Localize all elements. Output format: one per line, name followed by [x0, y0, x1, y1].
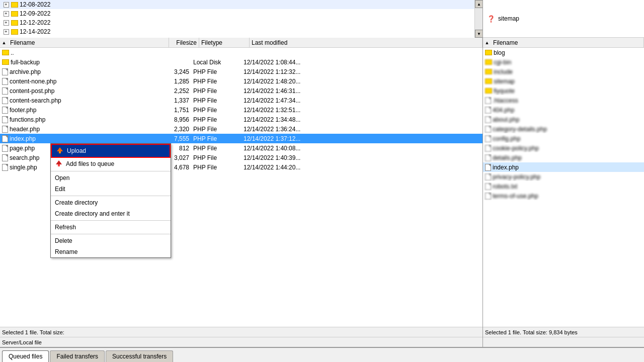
context-menu-separator: [51, 234, 171, 234]
header-filesize[interactable]: Filesize: [169, 38, 199, 47]
file-row[interactable]: content-post.php2,252PHP File12/14/2022 …: [0, 86, 482, 96]
right-file-name: category-details.php: [493, 126, 547, 133]
file-row[interactable]: full-backupLocal Disk12/14/2022 1:08:44.…: [0, 57, 482, 67]
context-menu-item-open[interactable]: Open: [51, 172, 171, 184]
context-menu-label: Create directory: [55, 199, 98, 206]
context-menu-item-rename[interactable]: Rename: [51, 246, 171, 257]
file-name: content-none.php: [10, 78, 56, 85]
question-mark-icon: ❓: [487, 15, 495, 23]
file-row[interactable]: index.php7,555PHP File12/14/2022 1:37:12…: [0, 134, 482, 143]
right-file-row[interactable]: terms-of-use.php: [483, 191, 644, 201]
context-menu-item-create-directory-and-enter-it[interactable]: Create directory and enter it: [51, 208, 171, 219]
left-status-text: Selected 1 file. Total size:: [2, 329, 64, 335]
tab-successful[interactable]: Successful transfers: [106, 350, 173, 362]
file-name: archive.php: [10, 68, 41, 75]
header-collapse-btn[interactable]: ▲: [0, 38, 8, 48]
context-menu-label: Add files to queue: [66, 160, 114, 167]
right-file-icon: [485, 135, 491, 142]
right-file-row[interactable]: privacy-policy.php: [483, 172, 644, 182]
file-row[interactable]: ..: [0, 48, 482, 57]
context-menu-item-delete[interactable]: Delete: [51, 235, 171, 246]
right-file-row[interactable]: cookie-policy.php: [483, 143, 644, 153]
scrollbar-up-btn[interactable]: ▲: [475, 0, 483, 8]
file-icon: [2, 68, 8, 75]
file-date: 12/14/2022 1:08:44...: [242, 58, 482, 66]
file-name: content-post.php: [10, 87, 54, 95]
right-file-row[interactable]: .htaccess: [483, 96, 644, 105]
file-type: PHP File: [191, 135, 242, 143]
tree-item-1212[interactable]: + 12-12-2022: [0, 18, 474, 27]
file-name: content-search.php: [10, 97, 61, 104]
right-file-name: cookie-policy.php: [493, 145, 539, 152]
right-file-icon: [485, 145, 491, 152]
right-header-filename[interactable]: Filename: [491, 38, 644, 47]
right-file-row[interactable]: category-details.php: [483, 124, 644, 134]
right-file-name: about.php: [493, 116, 519, 123]
tab-queued[interactable]: Queued files: [2, 350, 49, 362]
file-icon: [2, 126, 8, 133]
tab-failed[interactable]: Failed transfers: [50, 350, 105, 362]
scrollbar-down-btn[interactable]: ▼: [475, 30, 483, 38]
right-header-collapse-btn[interactable]: ▲: [483, 38, 491, 48]
right-file-row[interactable]: about.php: [483, 115, 644, 124]
tree-expander-1209[interactable]: +: [2, 10, 10, 18]
file-size: 1,751: [161, 106, 191, 114]
right-file-row[interactable]: config.php: [483, 134, 644, 143]
file-row[interactable]: header.php2,320PHP File12/14/2022 1:36:2…: [0, 124, 482, 134]
tree-item-1209[interactable]: + 12-09-2022: [0, 9, 474, 18]
context-menu-item-edit[interactable]: Edit: [51, 184, 171, 195]
tab-successful-label: Successful transfers: [112, 353, 167, 360]
header-lastmod[interactable]: Last modified: [250, 38, 482, 47]
right-status-bar: Selected 1 file. Total size: 9,834 bytes: [483, 327, 644, 337]
context-menu-item-upload[interactable]: Upload: [51, 144, 171, 158]
header-filetype[interactable]: Filetype: [199, 38, 250, 47]
right-file-name: fiyquote: [494, 87, 515, 95]
folder-icon: [2, 50, 9, 55]
tree-item-1208[interactable]: + 12-08-2022: [0, 0, 474, 9]
right-file-row[interactable]: cgi-bin: [483, 57, 644, 67]
right-tree-area: ❓ sitemap: [483, 0, 644, 38]
file-row[interactable]: functions.php8,956PHP File12/14/2022 1:3…: [0, 115, 482, 124]
right-file-row[interactable]: 404.php: [483, 105, 644, 115]
tab-failed-label: Failed transfers: [56, 353, 98, 360]
right-file-icon: [485, 164, 491, 171]
right-file-row[interactable]: blog: [483, 48, 644, 57]
context-menu-item-refresh[interactable]: Refresh: [51, 222, 171, 233]
tree-item-1214[interactable]: + 12-14-2022: [0, 27, 474, 36]
tree-expander-1214[interactable]: +: [2, 28, 10, 36]
right-file-icon: [485, 126, 491, 133]
right-file-name: include: [494, 68, 513, 75]
tab-queued-label: Queued files: [9, 353, 42, 360]
right-file-row[interactable]: sitemap: [483, 76, 644, 86]
right-file-list: blogcgi-binincludesitemapfiyquote.htacce…: [483, 48, 644, 327]
right-file-row[interactable]: details.php: [483, 153, 644, 162]
right-file-row[interactable]: index.php: [483, 162, 644, 172]
right-file-icon: [485, 183, 491, 190]
file-size: 3,245: [161, 68, 191, 76]
file-row[interactable]: footer.php1,751PHP File12/14/2022 1:32:5…: [0, 105, 482, 115]
scrollbar-track[interactable]: [475, 8, 482, 30]
context-menu-label: Refresh: [55, 224, 76, 231]
file-row[interactable]: content-search.php1,337PHP File12/14/202…: [0, 96, 482, 105]
add-queue-icon: [55, 160, 63, 168]
file-type: PHP File: [191, 154, 242, 162]
right-file-icon: [485, 154, 491, 161]
file-name: index.php: [10, 135, 36, 142]
file-date: 12/14/2022 1:12:32...: [242, 68, 482, 76]
tree-expander-1208[interactable]: +: [2, 1, 10, 9]
file-type: PHP File: [191, 97, 242, 105]
tree-expander-1212[interactable]: +: [2, 19, 10, 27]
file-row[interactable]: archive.php3,245PHP File12/14/2022 1:12:…: [0, 67, 482, 76]
right-file-row[interactable]: fiyquote: [483, 86, 644, 96]
right-file-row[interactable]: robots.txt: [483, 182, 644, 191]
context-menu-item-create-directory[interactable]: Create directory: [51, 197, 171, 208]
tree-label-1214: 12-14-2022: [20, 28, 50, 35]
right-file-row[interactable]: include: [483, 67, 644, 76]
folder-icon-1209: [11, 11, 18, 17]
file-icon: [2, 154, 8, 161]
header-filename[interactable]: Filename: [8, 38, 169, 47]
file-date: 12/14/2022 1:48:20...: [242, 77, 482, 85]
left-tree-scrollbar[interactable]: ▲ ▼: [474, 0, 482, 38]
file-row[interactable]: content-none.php1,285PHP File12/14/2022 …: [0, 76, 482, 86]
context-menu-item-add-files-to-queue[interactable]: Add files to queue: [51, 158, 171, 170]
